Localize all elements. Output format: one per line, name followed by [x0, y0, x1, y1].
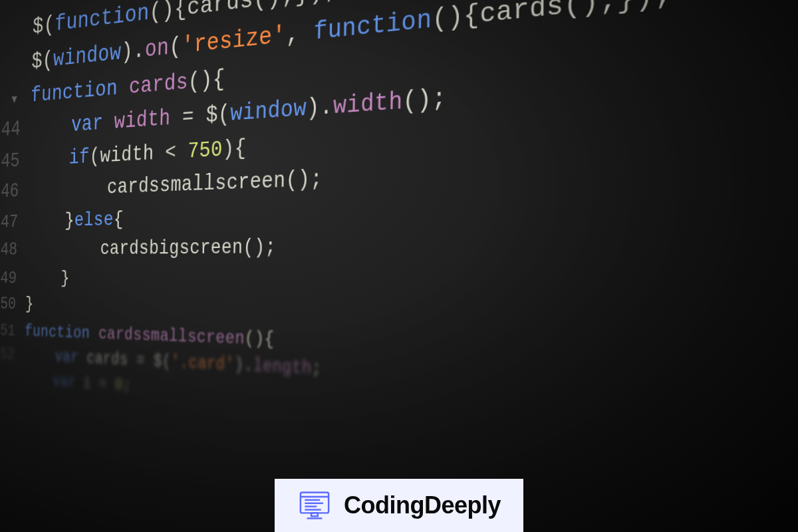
fold-down-icon[interactable]: ▼ — [11, 90, 17, 110]
line-number: ▼ — [0, 89, 31, 111]
line-number: 45 — [0, 145, 29, 178]
monitor-code-icon — [297, 488, 332, 523]
line-number: 50 — [0, 291, 26, 319]
line-number — [0, 68, 31, 72]
line-number: ▼48 — [0, 236, 27, 265]
line-number: 49 — [0, 265, 27, 292]
watermark-text: CodingDeeply — [344, 491, 501, 519]
code-content[interactable]: }else{ — [27, 204, 124, 237]
code-content[interactable]: var i = 0; — [23, 368, 131, 399]
code-content[interactable]: } — [26, 265, 70, 293]
code-content[interactable]: cardsbigscreen(); — [27, 232, 277, 265]
line-number — [0, 33, 33, 38]
line-number — [0, 381, 23, 384]
code-content[interactable]: } — [25, 292, 34, 319]
line-number: ▼46 — [0, 176, 29, 208]
line-number: ▼44 — [0, 112, 31, 148]
svg-rect-6 — [311, 513, 318, 516]
code-editor[interactable]: $(function(){cards();}); $(window).on('r… — [0, 0, 798, 464]
line-number: 47 — [0, 207, 28, 237]
line-number: 52 — [0, 342, 25, 368]
watermark-banner: CodingDeeply — [275, 479, 523, 532]
line-number: 51 — [0, 317, 25, 344]
